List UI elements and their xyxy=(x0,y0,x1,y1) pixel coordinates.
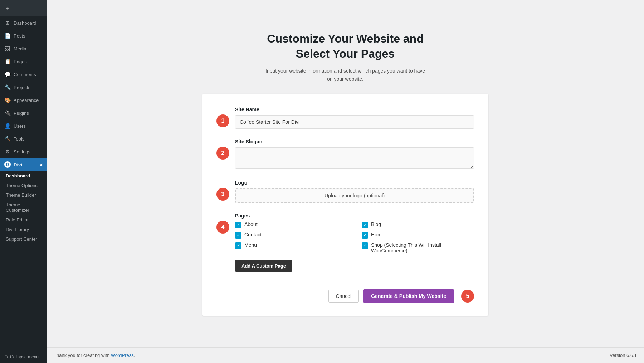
sidebar-item-divi[interactable]: D Divi ◀ xyxy=(0,158,47,171)
pages-grid: ✓ About ✓ Blog ✓ Contact xyxy=(235,221,474,254)
page-title: Customize Your Website andSelect Your Pa… xyxy=(202,31,488,61)
blog-label: Blog xyxy=(371,221,381,227)
divi-chevron-icon: ◀ xyxy=(39,163,42,167)
appearance-icon: 🎨 xyxy=(4,97,11,103)
sidebar-item-posts[interactable]: 📄 Posts xyxy=(0,29,47,42)
sidebar-item-comments[interactable]: 💬 Comments xyxy=(0,68,47,81)
shop-label: Shop (Selecting This Will Install WooCom… xyxy=(371,242,474,254)
site-slogan-label: Site Slogan xyxy=(235,139,474,144)
sidebar-item-label: Tools xyxy=(14,136,24,142)
version-text: Version 6.6.1 xyxy=(610,353,637,358)
site-name-row: 1 Site Name xyxy=(216,107,474,129)
pages-row: 4 Pages ✓ About ✓ Blog xyxy=(216,213,474,272)
home-checkbox-icon: ✓ xyxy=(362,232,368,239)
site-slogan-input[interactable] xyxy=(235,147,474,169)
page-item-about[interactable]: ✓ About xyxy=(235,221,347,228)
sidebar-item-label: Pages xyxy=(14,59,27,64)
sidebar-item-label: Dashboard xyxy=(14,20,36,26)
page-item-home[interactable]: ✓ Home xyxy=(362,232,474,239)
about-checkbox-icon: ✓ xyxy=(235,222,241,228)
publish-button[interactable]: Generate & Publish My Website xyxy=(363,289,454,303)
sidebar-item-label: Media xyxy=(14,46,26,51)
divi-logo-icon: D xyxy=(4,161,11,168)
step-2-badge: 2 xyxy=(216,147,229,160)
dashboard-icon: ⊞ xyxy=(4,20,11,26)
divi-submenu: Dashboard Theme Options Theme Builder Th… xyxy=(0,171,47,244)
page-subtitle: Input your website information and selec… xyxy=(202,67,488,83)
menu-checkbox-icon: ✓ xyxy=(235,242,241,249)
tools-icon: 🔨 xyxy=(4,136,11,142)
menu-label: Menu xyxy=(244,242,257,248)
sidebar-item-label: Comments xyxy=(14,72,36,77)
sidebar-item-label: Settings xyxy=(14,149,30,154)
users-icon: 👤 xyxy=(4,123,11,129)
page-item-blog[interactable]: ✓ Blog xyxy=(362,221,474,228)
sidebar-item-users[interactable]: 👤 Users xyxy=(0,119,47,132)
sidebar-item-label: Projects xyxy=(14,85,30,90)
comments-icon: 💬 xyxy=(4,71,11,78)
sidebar-item-support-center[interactable]: Support Center xyxy=(0,234,47,244)
site-name-input[interactable] xyxy=(235,115,474,129)
logo-label: Logo xyxy=(235,180,474,186)
sidebar-item-settings[interactable]: ⚙ Settings xyxy=(0,145,47,158)
step-1-badge: 1 xyxy=(216,114,229,127)
pages-field: Pages ✓ About ✓ Blog xyxy=(235,213,474,272)
settings-icon: ⚙ xyxy=(4,148,11,155)
sidebar-item-divi-dashboard[interactable]: Dashboard xyxy=(0,171,47,181)
form-actions: Cancel Generate & Publish My Website 5 xyxy=(216,282,474,303)
contact-checkbox-icon: ✓ xyxy=(235,232,241,239)
plugins-icon: 🔌 xyxy=(4,110,11,116)
sidebar-item-theme-builder[interactable]: Theme Builder xyxy=(0,190,47,200)
sidebar-item-divi-library[interactable]: Divi Library xyxy=(0,225,47,234)
sidebar-item-projects[interactable]: 🔧 Projects xyxy=(0,81,47,94)
sidebar-item-theme-customizer[interactable]: Theme Customizer xyxy=(0,200,47,215)
add-custom-page-button[interactable]: Add A Custom Page xyxy=(235,260,292,272)
collapse-menu-button[interactable]: ⊙ Collapse menu xyxy=(0,351,47,363)
collapse-icon: ⊙ xyxy=(4,354,8,359)
wp-logo-icon: ⊞ xyxy=(4,5,11,11)
about-label: About xyxy=(244,221,258,227)
sidebar-item-appearance[interactable]: 🎨 Appearance xyxy=(0,94,47,107)
sidebar-item-pages[interactable]: 📋 Pages xyxy=(0,55,47,68)
wordpress-link[interactable]: WordPress xyxy=(111,353,134,358)
sidebar-item-plugins[interactable]: 🔌 Plugins xyxy=(0,107,47,119)
divi-section: D Divi ◀ xyxy=(0,158,47,171)
page-wrapper: Customize Your Website andSelect Your Pa… xyxy=(202,31,488,316)
footer-text: Thank you for creating with WordPress. xyxy=(54,353,135,358)
form-card: 1 Site Name 2 Site Slogan 3 xyxy=(202,94,488,316)
shop-checkbox-icon: ✓ xyxy=(362,242,368,249)
sidebar: ⊞ ⊞ Dashboard 📄 Posts 🖼 Media 📋 Pages 💬 … xyxy=(0,0,47,363)
page-item-contact[interactable]: ✓ Contact xyxy=(235,232,347,239)
pages-icon: 📋 xyxy=(4,58,11,65)
sidebar-item-role-editor[interactable]: Role Editor xyxy=(0,215,47,225)
sidebar-item-label: Plugins xyxy=(14,111,29,116)
sidebar-item-label: Posts xyxy=(14,33,25,39)
site-slogan-row: 2 Site Slogan xyxy=(216,139,474,170)
home-label: Home xyxy=(371,232,384,237)
logo-upload-button[interactable]: Upload your logo (optional) xyxy=(235,188,474,203)
sidebar-item-label: Appearance xyxy=(14,98,39,103)
sidebar-item-label: Users xyxy=(14,123,26,129)
site-name-label: Site Name xyxy=(235,107,474,112)
logo-row: 3 Logo Upload your logo (optional) xyxy=(216,180,474,203)
site-slogan-field: Site Slogan xyxy=(235,139,474,170)
wp-logo-item[interactable]: ⊞ xyxy=(0,0,47,16)
footer: Thank you for creating with WordPress. V… xyxy=(47,347,644,363)
media-icon: 🖼 xyxy=(4,45,11,52)
blog-checkbox-icon: ✓ xyxy=(362,222,368,228)
contact-label: Contact xyxy=(244,232,262,237)
sidebar-item-dashboard[interactable]: ⊞ Dashboard xyxy=(0,16,47,29)
cancel-button[interactable]: Cancel xyxy=(328,290,359,303)
logo-field: Logo Upload your logo (optional) xyxy=(235,180,474,203)
step-4-badge: 4 xyxy=(216,221,229,234)
sidebar-item-theme-options[interactable]: Theme Options xyxy=(0,181,47,190)
pages-label: Pages xyxy=(235,213,474,219)
sidebar-item-tools[interactable]: 🔨 Tools xyxy=(0,132,47,145)
posts-icon: 📄 xyxy=(4,33,11,39)
page-item-shop[interactable]: ✓ Shop (Selecting This Will Install WooC… xyxy=(362,242,474,254)
divi-label: Divi xyxy=(14,162,22,167)
page-item-menu[interactable]: ✓ Menu xyxy=(235,242,347,254)
sidebar-item-media[interactable]: 🖼 Media xyxy=(0,42,47,55)
main-area: Customize Your Website andSelect Your Pa… xyxy=(47,0,644,363)
projects-icon: 🔧 xyxy=(4,84,11,90)
